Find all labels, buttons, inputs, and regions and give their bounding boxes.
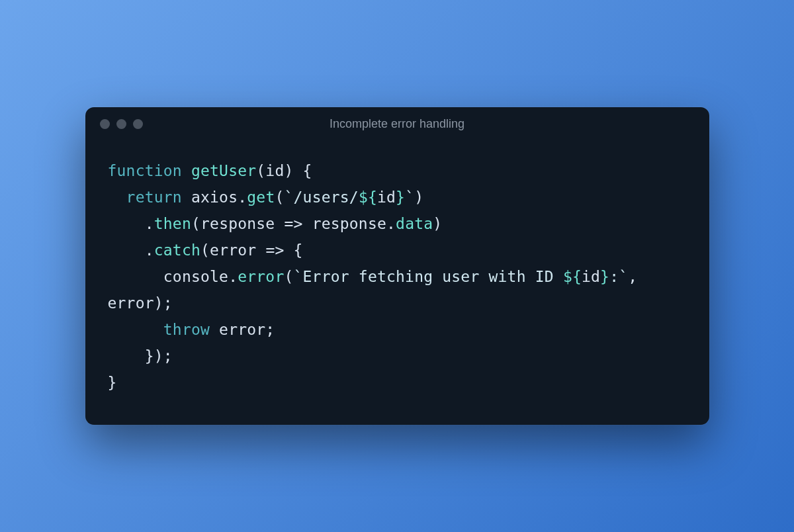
code-token: ) bbox=[414, 189, 423, 206]
code-token: => bbox=[275, 215, 312, 232]
code-token: ( bbox=[256, 162, 265, 179]
code-token: response bbox=[312, 215, 386, 232]
code-token: error bbox=[210, 242, 256, 259]
code-token: ` bbox=[405, 189, 414, 206]
code-token: `/users/ bbox=[285, 189, 359, 206]
code-token bbox=[210, 321, 219, 338]
code-token: id bbox=[582, 268, 600, 285]
code-token: `Error fetching user with ID bbox=[294, 268, 563, 285]
code-token: } bbox=[600, 268, 609, 285]
code-token bbox=[182, 162, 191, 179]
code-token: ; bbox=[265, 321, 275, 338]
window-titlebar: Incomplete error handling bbox=[85, 107, 709, 142]
code-token: error bbox=[238, 268, 284, 285]
code-token: throw bbox=[163, 321, 210, 338]
code-token: :` bbox=[609, 268, 628, 285]
code-token: getUser bbox=[191, 162, 256, 179]
code-token: ( bbox=[275, 189, 284, 206]
code-token: console bbox=[163, 268, 228, 285]
code-token: } bbox=[396, 189, 405, 206]
code-token: ( bbox=[284, 268, 293, 285]
code-token: ) { bbox=[284, 162, 312, 179]
code-token bbox=[182, 189, 191, 206]
code-token: ( bbox=[191, 215, 200, 232]
code-token: id bbox=[377, 189, 396, 206]
code-token: error bbox=[108, 294, 154, 312]
code-token: } bbox=[108, 374, 117, 391]
code-window: Incomplete error handling function getUs… bbox=[85, 107, 709, 425]
code-token bbox=[108, 189, 126, 206]
code-token: . bbox=[108, 215, 154, 232]
code-token: => { bbox=[256, 242, 302, 259]
code-block: function getUser(id) { return axios.get(… bbox=[85, 142, 709, 425]
code-token bbox=[108, 268, 163, 285]
code-token: . bbox=[386, 215, 396, 232]
code-token: ${ bbox=[359, 189, 377, 206]
code-token: . bbox=[228, 268, 238, 285]
code-token: ); bbox=[154, 294, 173, 312]
code-token: response bbox=[200, 215, 275, 232]
code-token: return bbox=[126, 189, 182, 206]
close-icon[interactable] bbox=[100, 119, 110, 129]
code-token: function bbox=[108, 162, 182, 179]
code-token: axios bbox=[191, 189, 238, 206]
code-token: catch bbox=[154, 242, 200, 259]
code-token: id bbox=[265, 162, 284, 179]
code-token: ${ bbox=[563, 268, 582, 285]
code-token: . bbox=[108, 242, 154, 259]
code-token: data bbox=[396, 215, 433, 232]
code-token: ( bbox=[200, 242, 210, 259]
code-token bbox=[108, 321, 163, 338]
code-token: then bbox=[154, 215, 191, 232]
code-token: }); bbox=[108, 347, 173, 365]
code-token: error bbox=[219, 321, 265, 338]
traffic-lights bbox=[100, 119, 143, 129]
maximize-icon[interactable] bbox=[133, 119, 143, 129]
code-token: , bbox=[628, 268, 646, 285]
code-token: . bbox=[238, 189, 247, 206]
minimize-icon[interactable] bbox=[116, 119, 126, 129]
code-token: get bbox=[247, 189, 275, 206]
window-title: Incomplete error handling bbox=[85, 117, 709, 131]
code-token: ) bbox=[433, 215, 442, 232]
